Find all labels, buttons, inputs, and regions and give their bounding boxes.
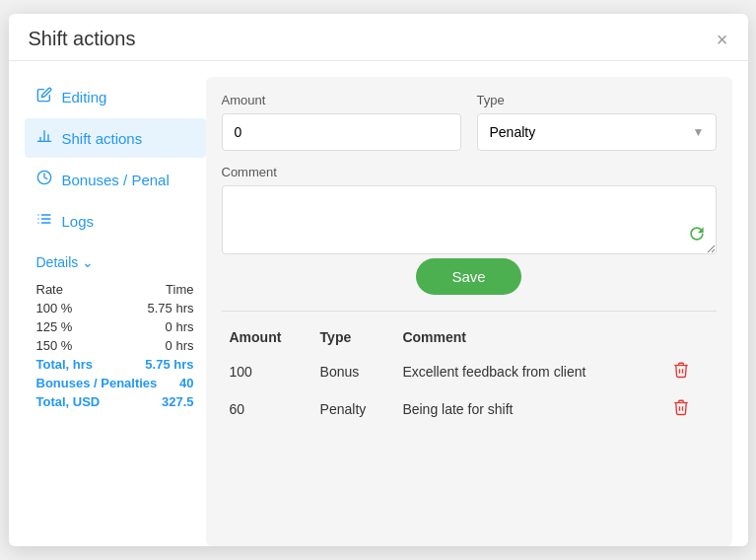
details-150-label: 150 % <box>36 338 73 353</box>
details-row-125: 125 % 0 hrs <box>36 317 194 336</box>
comment-wrapper <box>222 185 717 258</box>
cell-comment-1: Excellent feedback from client <box>394 353 660 390</box>
list-icon <box>36 211 52 231</box>
modal-container: Shift actions × Editing <box>9 14 748 546</box>
type-label: Type <box>477 93 717 107</box>
amount-label: Amount <box>222 93 461 107</box>
details-total-usd-label: Total, USD <box>36 394 101 409</box>
divider <box>222 311 717 312</box>
chevron-down-icon: ⌄ <box>82 254 94 270</box>
cell-comment-2: Being late for shift <box>394 390 660 428</box>
details-toggle[interactable]: Details ⌄ <box>36 254 194 270</box>
details-section: Details ⌄ Rate Time 100 % 5.75 hrs 125 %… <box>25 243 206 411</box>
col-type: Type <box>312 325 395 353</box>
details-row-150: 150 % 0 hrs <box>36 336 194 355</box>
chart-icon <box>36 128 52 148</box>
col-amount: Amount <box>222 325 312 353</box>
amount-input[interactable] <box>222 113 461 151</box>
details-time-header: Time <box>166 282 193 297</box>
delete-row-2-button[interactable] <box>668 396 694 422</box>
details-toggle-label: Details <box>36 254 79 270</box>
main-content: Amount Type Bonus Penalty ▼ Commen <box>206 77 732 546</box>
comment-label: Comment <box>222 165 717 179</box>
cell-delete-2 <box>660 390 716 428</box>
edit-icon <box>36 87 52 106</box>
sidebar-item-shift-actions[interactable]: Shift actions <box>25 118 206 158</box>
details-row-100: 100 % 5.75 hrs <box>36 299 194 317</box>
sidebar-item-logs[interactable]: Logs <box>25 201 206 241</box>
type-select-wrapper: Bonus Penalty ▼ <box>477 113 717 151</box>
details-total-usd-value: 327.5 <box>162 394 194 409</box>
form-group-type: Type Bonus Penalty ▼ <box>477 93 717 151</box>
form-group-comment: Comment <box>222 165 717 258</box>
modal-body: Editing Shift actions <box>9 61 748 546</box>
details-table: Rate Time 100 % 5.75 hrs 125 % 0 hrs 150… <box>36 280 194 411</box>
col-comment: Comment <box>394 325 660 353</box>
cell-amount-2: 60 <box>222 390 312 428</box>
sidebar-item-bonuses[interactable]: Bonuses / Penal <box>25 160 206 199</box>
sidebar-item-editing-label: Editing <box>62 89 107 105</box>
table-header: Amount Type Comment <box>222 325 717 353</box>
table-row: 60 Penalty Being late for shift <box>222 390 717 428</box>
table-body: 100 Bonus Excellent feedback from client <box>222 353 717 428</box>
close-button[interactable]: × <box>717 30 728 49</box>
comment-textarea[interactable] <box>222 185 717 254</box>
details-row-header: Rate Time <box>36 280 194 299</box>
cell-amount-1: 100 <box>222 353 312 390</box>
form-row-amount-type: Amount Type Bonus Penalty ▼ <box>222 93 717 151</box>
refresh-icon <box>687 224 707 248</box>
delete-row-1-button[interactable] <box>668 359 694 385</box>
clock-icon <box>36 170 52 189</box>
sidebar-item-shift-actions-label: Shift actions <box>62 130 143 147</box>
details-125-value: 0 hrs <box>166 319 194 334</box>
cell-type-1: Bonus <box>312 353 395 390</box>
actions-table: Amount Type Comment 100 Bonus Excellent … <box>222 325 717 428</box>
details-100-label: 100 % <box>36 301 73 315</box>
modal-title: Shift actions <box>29 28 136 50</box>
details-bonuses-label: Bonuses / Penalties <box>36 376 158 390</box>
details-row-total-hrs: Total, hrs 5.75 hrs <box>36 355 194 374</box>
form-group-amount: Amount <box>222 93 461 151</box>
sidebar: Editing Shift actions <box>9 77 206 546</box>
sidebar-item-editing[interactable]: Editing <box>25 77 206 116</box>
details-total-hrs-label: Total, hrs <box>36 357 94 372</box>
cell-type-2: Penalty <box>312 390 395 428</box>
sidebar-item-bonuses-label: Bonuses / Penal <box>62 172 170 188</box>
table-row: 100 Bonus Excellent feedback from client <box>222 353 717 390</box>
sidebar-item-logs-label: Logs <box>62 213 95 230</box>
save-button[interactable]: Save <box>416 258 520 295</box>
details-rate-header: Rate <box>36 282 63 297</box>
table-header-row: Amount Type Comment <box>222 325 717 353</box>
col-action <box>660 325 716 353</box>
details-bonuses-value: 40 <box>179 376 193 390</box>
type-select[interactable]: Bonus Penalty <box>477 113 717 151</box>
cell-delete-1 <box>660 353 716 390</box>
details-total-hrs-value: 5.75 hrs <box>145 357 193 372</box>
details-125-label: 125 % <box>36 319 73 334</box>
details-150-value: 0 hrs <box>166 338 194 353</box>
details-row-total-usd: Total, USD 327.5 <box>36 392 194 411</box>
modal-header: Shift actions × <box>9 14 748 61</box>
details-row-bonuses: Bonuses / Penalties 40 <box>36 374 194 392</box>
details-100-value: 5.75 hrs <box>148 301 194 315</box>
